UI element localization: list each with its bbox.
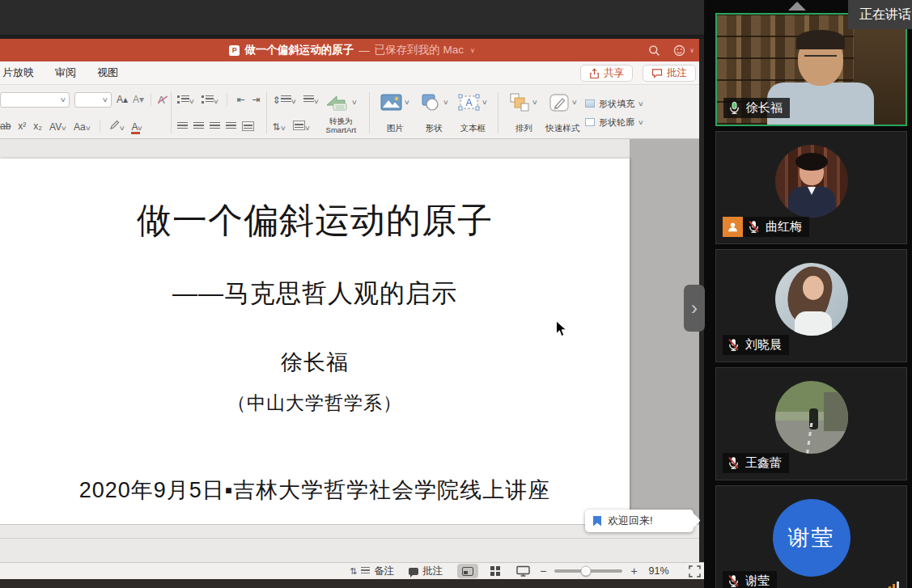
font-size-select[interactable]: ∨ [74, 92, 112, 108]
smartart-button[interactable]: ∨ 转换为SmartArt [318, 91, 363, 135]
chevron-down-icon: ∨ [85, 125, 91, 132]
participant-tile[interactable]: 王鑫蕾 [715, 367, 907, 480]
group-separator [369, 92, 370, 133]
align-center-button[interactable] [193, 122, 204, 130]
collapse-panel-tab[interactable]: › [684, 285, 705, 332]
participant-tile-video[interactable]: 徐长福 [715, 13, 907, 126]
save-status[interactable]: 已保存到我的 Mac [375, 43, 464, 57]
text-direction-button[interactable]: ∨ [303, 92, 319, 107]
search-icon[interactable] [648, 44, 660, 57]
bottom-desktop-strip [0, 579, 704, 588]
tab-slideshow[interactable]: 片放映 [0, 66, 45, 80]
comment-icon [651, 68, 663, 78]
line-spacing-button[interactable]: ⇕∨ [273, 92, 296, 107]
tab-review[interactable]: 审阅 [45, 66, 87, 80]
decrease-indent-button[interactable]: ⇤ [236, 94, 244, 105]
slide-footer[interactable]: 2020年9月5日▪吉林大学哲学社会学院线上讲座 [0, 476, 630, 505]
comments-button[interactable]: 批注 [643, 65, 696, 82]
chevron-down-icon: ∨ [312, 98, 319, 105]
arrange-button[interactable]: ∨ 排列 [504, 91, 543, 135]
feedback-smiley-button[interactable]: ∨ [673, 44, 694, 57]
chevron-down-icon: ∨ [212, 98, 218, 105]
chevron-down-icon: ∨ [290, 98, 296, 105]
notes-icon: ⇅ [350, 566, 357, 577]
participant-tile[interactable]: 刘晓晨 [715, 249, 907, 362]
clear-formatting-button[interactable]: A [158, 94, 165, 106]
slide-canvas[interactable]: 做一个偏斜运动的原子 ——马克思哲人观的启示 徐长福 （中山大学哲学系） 202… [0, 159, 630, 524]
share-button[interactable]: 共享 [580, 65, 633, 82]
change-case-button[interactable]: Aa∨ [74, 119, 91, 133]
chevron-down-icon: ∨ [404, 99, 410, 106]
notes-toggle[interactable]: ⇅ 备注 [350, 565, 394, 578]
align-left-button[interactable] [177, 122, 188, 130]
zoom-in-button[interactable]: + [630, 565, 637, 577]
slide-subtitle[interactable]: ——马克思哲人观的启示 [0, 277, 630, 311]
chevron-down-icon: ∨ [481, 99, 488, 106]
participant-name: 曲红梅 [766, 219, 802, 235]
autofit-button[interactable]: ∨ [293, 119, 310, 133]
bookmark-icon [593, 516, 601, 527]
zoom-slider-thumb[interactable] [581, 566, 592, 577]
shrink-font-button[interactable]: A▾ [133, 94, 144, 105]
columns-button[interactable] [242, 121, 254, 131]
superscript-button[interactable]: x² [18, 121, 26, 132]
paragraph-group: ∨ ∨ ⇤ ⇥ [177, 91, 261, 135]
font-color-button[interactable]: A∨ [131, 119, 142, 133]
subscript-button[interactable]: x₂ [33, 121, 42, 132]
comments-toggle[interactable]: 批注 [409, 565, 443, 578]
slide-sorter-button[interactable] [485, 564, 506, 578]
mic-muted-icon [727, 338, 740, 352]
document-title: 做一个偏斜运动的原子 [244, 43, 354, 57]
grow-font-button[interactable]: A▴ [117, 94, 128, 105]
smiley-icon [673, 44, 685, 57]
align-text-button[interactable]: ⇅∨ [273, 119, 286, 133]
shape-fill-button[interactable]: 形状填充 ∨ [585, 98, 643, 110]
avatar [775, 263, 848, 336]
insert-picture-button[interactable]: ∨ 图片 [375, 91, 414, 135]
slide-author[interactable]: 徐长福 [0, 348, 630, 377]
insert-shapes-button[interactable]: ∨ 形状 [414, 91, 453, 135]
slide-title[interactable]: 做一个偏斜运动的原子 [0, 197, 630, 244]
person-icon [727, 221, 739, 233]
workspace-right-margin [630, 139, 704, 524]
numbered-list-icon [201, 95, 214, 104]
shape-outline-button[interactable]: 形状轮廓 ∨ [585, 116, 643, 129]
numbered-list-button[interactable]: ∨ [201, 92, 218, 107]
char-spacing-button[interactable]: AV∨ [49, 119, 66, 133]
insert-textbox-button[interactable]: A ∨ 文本框 [453, 91, 492, 135]
ribbon-toolbar: ∨ ∨ A▴ A▾ A ab x² x₂ AV∨ Aa∨ [0, 85, 704, 139]
align-justify-button[interactable] [226, 122, 236, 130]
zoom-level[interactable]: 91% [649, 565, 669, 577]
smiley-chevron-icon: ∨ [689, 47, 694, 54]
titlebar[interactable]: P 做一个偏斜运动的原子 — 已保存到我的 Mac ∨ ∨ [0, 39, 704, 61]
scroll-up-arrow[interactable] [788, 2, 806, 11]
group-separator [498, 92, 498, 133]
arrange-icon [510, 93, 530, 112]
increase-indent-button[interactable]: ⇥ [252, 94, 261, 105]
participant-tile[interactable]: 曲红梅 [715, 131, 907, 244]
tab-view[interactable]: 视图 [87, 66, 129, 80]
mouse-cursor [555, 320, 568, 338]
zoom-slider[interactable] [554, 569, 622, 573]
font-name-select[interactable]: ∨ [0, 92, 70, 108]
quick-styles-button[interactable]: ∨ 快速样式 [543, 91, 582, 135]
zoom-out-button[interactable]: − [540, 565, 546, 577]
highlight-pen-button[interactable]: ∨ [109, 119, 125, 133]
participant-tile[interactable]: 谢莹 谢莹 [715, 485, 907, 588]
ribbon-tab-bar: 片放映 审阅 视图 共享 批注 [0, 61, 704, 85]
strikethrough-button[interactable]: ab [0, 121, 11, 132]
shape-fill-icon [585, 99, 595, 108]
normal-view-button[interactable] [457, 564, 478, 578]
slideshow-button[interactable] [512, 564, 533, 578]
bullet-list-button[interactable]: ∨ [177, 92, 194, 107]
participant-name: 王鑫蕾 [745, 455, 782, 471]
lines-icon [281, 95, 291, 104]
avatar [775, 145, 848, 218]
align-right-button[interactable] [210, 122, 220, 130]
fit-to-window-icon[interactable] [689, 565, 701, 577]
meeting-sidebar: 徐长福 正在讲话 [704, 0, 912, 588]
separator [100, 120, 100, 133]
slide-affiliation[interactable]: （中山大学哲学系） [0, 391, 630, 416]
avatar-initials: 谢莹 [773, 499, 850, 577]
participant-name-label: 王鑫蕾 [723, 453, 789, 473]
